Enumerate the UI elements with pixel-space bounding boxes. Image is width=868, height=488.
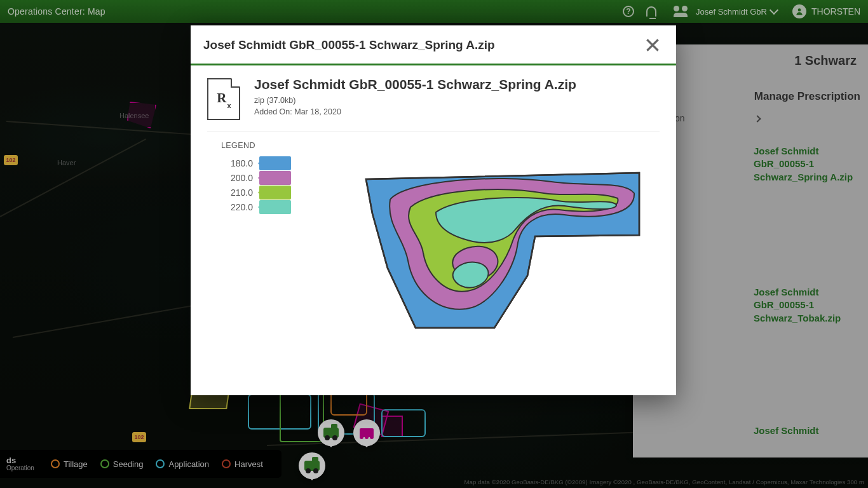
modal-header: Josef Schmidt GbR_00055-1 Schwarz_Spring… [191, 25, 676, 65]
legend-row: 220.0 [221, 200, 297, 214]
rx-file-icon: Rx [207, 78, 240, 120]
legend-value: 180.0 [221, 158, 253, 168]
file-added-on: Added On: Mar 18, 2020 [254, 106, 576, 118]
legend-value: 200.0 [221, 173, 253, 183]
file-size: zip (37.0kb) [254, 95, 576, 106]
prescription-field-map [361, 159, 653, 343]
legend-value: 210.0 [221, 187, 253, 198]
file-header: Rx Josef Schmidt GbR_00055-1 Schwarz_Spr… [207, 77, 660, 132]
legend-swatch [259, 186, 291, 200]
legend-value: 220.0 [221, 202, 253, 212]
legend-row: 180.0 [221, 156, 297, 170]
legend-swatch [259, 171, 291, 185]
modal-title-text: Josef Schmidt GbR_00055-1 Schwarz_Spring… [203, 38, 495, 52]
legend-row: 200.0 [221, 171, 297, 185]
legend-swatch [259, 200, 291, 214]
file-name: Josef Schmidt GbR_00055-1 Schwarz_Spring… [254, 77, 576, 92]
close-button[interactable] [642, 34, 663, 56]
close-icon [644, 37, 661, 53]
prescription-modal: Josef Schmidt GbR_00055-1 Schwarz_Spring… [191, 25, 676, 395]
legend-row: 210.0 [221, 186, 297, 200]
legend-swatch [259, 156, 291, 170]
legend-title: LEGEND [221, 141, 660, 150]
